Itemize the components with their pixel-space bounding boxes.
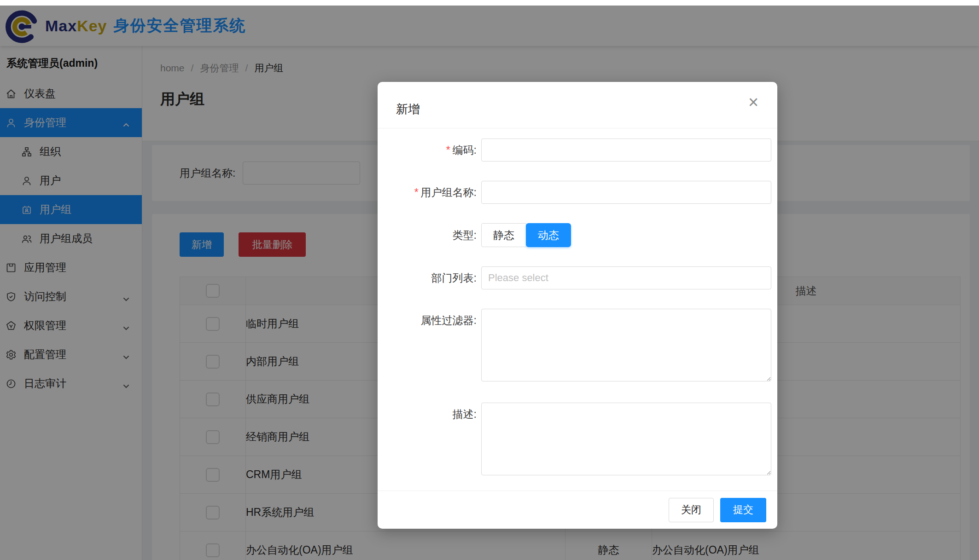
form-row-dept: 部门列表: (378, 266, 759, 289)
close-icon[interactable]: × (743, 92, 763, 112)
form-row-desc: 描述: (378, 403, 759, 477)
attribute-filter-textarea[interactable] (481, 309, 771, 381)
modal-header: 新增 × (378, 82, 777, 128)
dept-select-input[interactable] (481, 266, 771, 289)
add-group-modal: 新增 × *编码: *用户组名称: 类型: 静态 动态 (378, 82, 777, 529)
type-option-static[interactable]: 静态 (481, 223, 526, 247)
type-option-dynamic[interactable]: 动态 (526, 223, 571, 247)
form-row-code: *编码: (378, 139, 759, 162)
desc-label: 描述: (378, 403, 477, 421)
modal-submit-button[interactable]: 提交 (720, 498, 766, 522)
type-label: 类型: (378, 228, 477, 242)
modal-footer: 关闭 提交 (378, 491, 777, 529)
code-input[interactable] (481, 139, 771, 162)
code-label: *编码: (378, 143, 477, 157)
form-row-type: 类型: 静态 动态 (378, 223, 759, 247)
form-row-group-name: *用户组名称: (378, 181, 759, 204)
description-textarea[interactable] (481, 403, 771, 475)
modal-title: 新增 (396, 102, 759, 116)
dept-label: 部门列表: (378, 271, 477, 285)
modal-close-button[interactable]: 关闭 (669, 498, 714, 522)
top-strip (0, 0, 979, 6)
group-name-label: *用户组名称: (378, 185, 477, 200)
required-mark: * (446, 144, 450, 156)
type-segmented-control: 静态 动态 (481, 223, 571, 247)
group-name-input[interactable] (481, 181, 771, 204)
screen: MaxKey 身份安全管理系统 系统管理员(admin) 仪表盘 身份管理 (0, 0, 979, 560)
form-row-filter: 属性过滤器: (378, 309, 759, 383)
modal-body: *编码: *用户组名称: 类型: 静态 动态 部门列表: (378, 128, 777, 477)
filter-label: 属性过滤器: (378, 309, 477, 328)
required-mark: * (414, 186, 419, 198)
